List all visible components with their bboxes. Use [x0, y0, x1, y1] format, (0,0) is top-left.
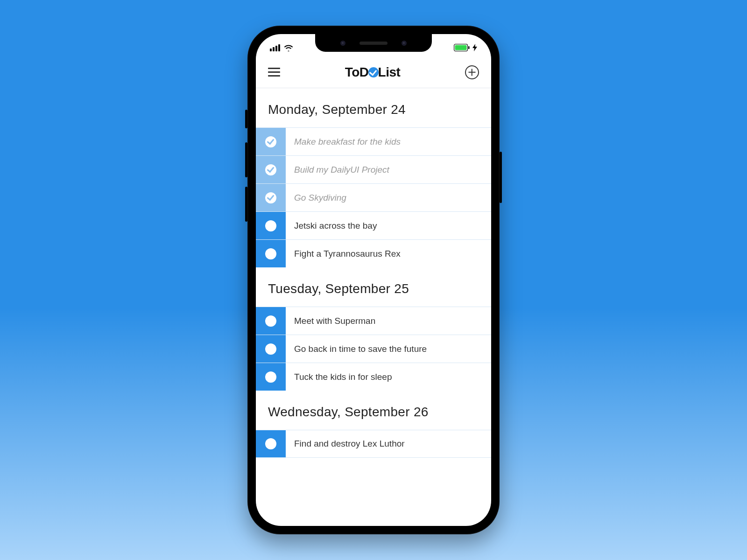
task-row[interactable]: Build my DailyUI Project: [256, 155, 491, 183]
task-label: Tuck the kids in for sleep: [286, 363, 491, 391]
task-row[interactable]: Meet with Superman: [256, 307, 491, 335]
task-row[interactable]: Tuck the kids in for sleep: [256, 363, 491, 391]
front-sensor-icon: [402, 41, 407, 46]
task-list[interactable]: Monday, September 24 Make breakfast for …: [256, 88, 491, 526]
task-checkbox[interactable]: [256, 335, 286, 363]
phone-frame: ToDList Monday, September 24 Make breakf…: [247, 26, 500, 534]
menu-button[interactable]: [268, 68, 280, 77]
logo-text-suffix: List: [378, 65, 401, 79]
task-checkbox[interactable]: [256, 184, 286, 211]
task-label: Jetski across the bay: [286, 212, 491, 239]
charging-icon: [472, 44, 477, 51]
task-checkbox[interactable]: [256, 156, 286, 183]
task-label: Meet with Superman: [286, 307, 491, 335]
logo-text-prefix: ToD: [345, 65, 369, 79]
check-icon: [265, 438, 276, 449]
day-header: Monday, September 24: [256, 88, 491, 127]
svg-rect-1: [455, 45, 467, 50]
check-icon: [265, 164, 276, 175]
check-icon: [265, 343, 276, 355]
task-label: Make breakfast for the kids: [286, 128, 491, 155]
phone-notch: [315, 34, 432, 52]
speaker-icon: [359, 42, 388, 45]
task-label: Fight a Tyrannosaurus Rex: [286, 240, 491, 267]
task-checkbox[interactable]: [256, 212, 286, 239]
task-label: Go Skydiving: [286, 184, 491, 211]
check-icon: [265, 248, 276, 259]
task-checkbox[interactable]: [256, 363, 286, 391]
task-checkbox[interactable]: [256, 128, 286, 155]
task-label: Find and destroy Lex Luthor: [286, 430, 491, 457]
phone-volume-down: [245, 187, 247, 222]
task-checkbox[interactable]: [256, 240, 286, 267]
cellular-signal-icon: [270, 44, 280, 51]
svg-rect-2: [468, 46, 470, 49]
task-checkbox[interactable]: [256, 307, 286, 335]
task-row[interactable]: Make breakfast for the kids: [256, 127, 491, 155]
check-icon: [265, 220, 276, 231]
check-icon: [265, 315, 276, 327]
task-row[interactable]: Go back in time to save the future: [256, 335, 491, 363]
task-label: Build my DailyUI Project: [286, 156, 491, 183]
logo-check-icon: [368, 67, 379, 77]
task-label: Go back in time to save the future: [286, 335, 491, 363]
front-camera-icon: [340, 41, 345, 46]
task-checkbox[interactable]: [256, 430, 286, 457]
app-header: ToDList: [256, 56, 491, 88]
task-row[interactable]: Find and destroy Lex Luthor: [256, 430, 491, 458]
wifi-icon: [284, 44, 293, 51]
phone-screen: ToDList Monday, September 24 Make breakf…: [256, 34, 491, 526]
check-icon: [265, 136, 276, 147]
task-row[interactable]: Fight a Tyrannosaurus Rex: [256, 239, 491, 267]
task-row[interactable]: Jetski across the bay: [256, 211, 491, 239]
phone-power-button: [500, 152, 502, 203]
phone-mute-switch: [245, 110, 247, 128]
day-header: Tuesday, September 25: [256, 267, 491, 307]
check-icon: [265, 192, 276, 203]
app-logo: ToDList: [345, 65, 401, 80]
check-icon: [265, 371, 276, 383]
day-header: Wednesday, September 26: [256, 391, 491, 430]
battery-icon: [454, 44, 470, 51]
add-task-button[interactable]: [465, 65, 479, 79]
task-row[interactable]: Go Skydiving: [256, 183, 491, 211]
phone-volume-up: [245, 142, 247, 177]
